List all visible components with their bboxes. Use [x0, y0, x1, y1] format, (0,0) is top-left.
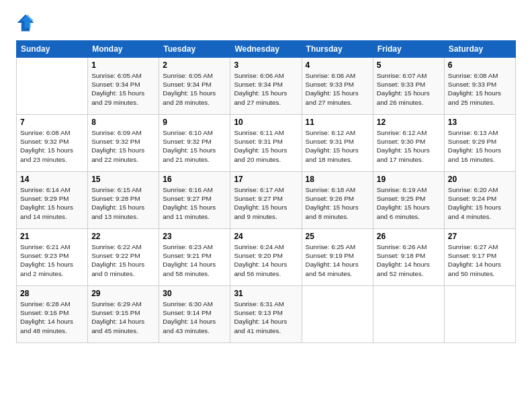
day-number: 24 [234, 232, 298, 241]
header-saturday: Saturday [444, 41, 515, 58]
day-info: Sunrise: 6:30 AMSunset: 9:14 PMDaylight:… [163, 300, 226, 335]
day-cell [373, 286, 444, 343]
header-wednesday: Wednesday [230, 41, 302, 58]
day-cell: 7Sunrise: 6:08 AMSunset: 9:32 PMDaylight… [17, 115, 88, 172]
day-cell: 13Sunrise: 6:13 AMSunset: 9:29 PMDayligh… [444, 115, 515, 172]
day-info: Sunrise: 6:31 AMSunset: 9:13 PMDaylight:… [234, 300, 298, 335]
day-info: Sunrise: 6:25 AMSunset: 9:19 PMDaylight:… [306, 242, 369, 278]
day-cell [444, 286, 515, 343]
day-cell: 2Sunrise: 6:05 AMSunset: 9:34 PMDaylight… [159, 58, 230, 115]
day-cell: 30Sunrise: 6:30 AMSunset: 9:14 PMDayligh… [159, 286, 230, 343]
day-number: 19 [377, 175, 441, 184]
day-cell: 31Sunrise: 6:31 AMSunset: 9:13 PMDayligh… [230, 286, 302, 343]
day-number: 21 [20, 232, 84, 241]
day-number: 11 [306, 118, 369, 127]
day-info: Sunrise: 6:16 AMSunset: 9:27 PMDaylight:… [163, 185, 226, 221]
day-info: Sunrise: 6:26 AMSunset: 9:18 PMDaylight:… [377, 242, 441, 278]
week-row-2: 7Sunrise: 6:08 AMSunset: 9:32 PMDaylight… [17, 115, 516, 172]
day-cell [302, 286, 373, 343]
day-number: 29 [91, 289, 155, 298]
day-number: 26 [377, 232, 441, 241]
day-info: Sunrise: 6:29 AMSunset: 9:15 PMDaylight:… [91, 300, 155, 335]
day-number: 3 [234, 60, 298, 70]
day-info: Sunrise: 6:12 AMSunset: 9:30 PMDaylight:… [377, 128, 441, 164]
day-info: Sunrise: 6:17 AMSunset: 9:27 PMDaylight:… [234, 185, 298, 221]
day-cell: 25Sunrise: 6:25 AMSunset: 9:19 PMDayligh… [302, 229, 373, 286]
day-info: Sunrise: 6:06 AMSunset: 9:34 PMDaylight:… [234, 71, 298, 107]
day-info: Sunrise: 6:28 AMSunset: 9:16 PMDaylight:… [20, 300, 84, 335]
day-number: 6 [448, 60, 512, 70]
day-cell: 26Sunrise: 6:26 AMSunset: 9:18 PMDayligh… [373, 229, 444, 286]
day-number: 9 [163, 118, 226, 127]
header-thursday: Thursday [302, 41, 373, 58]
day-info: Sunrise: 6:23 AMSunset: 9:21 PMDaylight:… [163, 242, 226, 278]
day-cell: 5Sunrise: 6:07 AMSunset: 9:33 PMDaylight… [373, 58, 444, 115]
day-info: Sunrise: 6:15 AMSunset: 9:28 PMDaylight:… [91, 185, 155, 221]
day-number: 30 [163, 289, 226, 298]
day-cell: 18Sunrise: 6:18 AMSunset: 9:26 PMDayligh… [302, 172, 373, 229]
day-cell: 10Sunrise: 6:11 AMSunset: 9:31 PMDayligh… [230, 115, 302, 172]
day-cell: 19Sunrise: 6:19 AMSunset: 9:25 PMDayligh… [373, 172, 444, 229]
day-info: Sunrise: 6:22 AMSunset: 9:22 PMDaylight:… [91, 242, 155, 278]
day-info: Sunrise: 6:05 AMSunset: 9:34 PMDaylight:… [91, 71, 155, 107]
day-number: 18 [306, 175, 369, 184]
day-number: 22 [91, 232, 155, 241]
day-cell: 28Sunrise: 6:28 AMSunset: 9:16 PMDayligh… [17, 286, 88, 343]
day-cell: 29Sunrise: 6:29 AMSunset: 9:15 PMDayligh… [88, 286, 159, 343]
day-info: Sunrise: 6:08 AMSunset: 9:32 PMDaylight:… [20, 128, 84, 164]
week-row-3: 14Sunrise: 6:14 AMSunset: 9:29 PMDayligh… [17, 172, 516, 229]
day-cell [17, 58, 88, 115]
day-cell: 27Sunrise: 6:27 AMSunset: 9:17 PMDayligh… [444, 229, 515, 286]
day-number: 15 [91, 175, 155, 184]
day-info: Sunrise: 6:19 AMSunset: 9:25 PMDaylight:… [377, 185, 441, 221]
calendar-header-row: SundayMondayTuesdayWednesdayThursdayFrid… [17, 41, 516, 58]
day-number: 16 [163, 175, 226, 184]
day-number: 4 [306, 60, 369, 70]
header-monday: Monday [88, 41, 159, 58]
day-info: Sunrise: 6:10 AMSunset: 9:32 PMDaylight:… [163, 128, 226, 164]
day-cell: 1Sunrise: 6:05 AMSunset: 9:34 PMDaylight… [88, 58, 159, 115]
day-number: 12 [377, 118, 441, 127]
day-number: 1 [91, 60, 155, 70]
day-number: 2 [163, 60, 226, 70]
day-number: 25 [306, 232, 369, 241]
day-cell: 21Sunrise: 6:21 AMSunset: 9:23 PMDayligh… [17, 229, 88, 286]
day-info: Sunrise: 6:27 AMSunset: 9:17 PMDaylight:… [448, 242, 512, 278]
day-cell: 24Sunrise: 6:24 AMSunset: 9:20 PMDayligh… [230, 229, 302, 286]
logo [16, 13, 38, 32]
day-number: 7 [20, 118, 84, 127]
day-number: 5 [377, 60, 441, 70]
week-row-1: 1Sunrise: 6:05 AMSunset: 9:34 PMDaylight… [17, 58, 516, 115]
day-cell: 3Sunrise: 6:06 AMSunset: 9:34 PMDaylight… [230, 58, 302, 115]
header-friday: Friday [373, 41, 444, 58]
week-row-4: 21Sunrise: 6:21 AMSunset: 9:23 PMDayligh… [17, 229, 516, 286]
day-info: Sunrise: 6:14 AMSunset: 9:29 PMDaylight:… [20, 185, 84, 221]
day-number: 20 [448, 175, 512, 184]
day-info: Sunrise: 6:24 AMSunset: 9:20 PMDaylight:… [234, 242, 298, 278]
day-number: 14 [20, 175, 84, 184]
header-tuesday: Tuesday [159, 41, 230, 58]
day-info: Sunrise: 6:21 AMSunset: 9:23 PMDaylight:… [20, 242, 84, 278]
header [16, 13, 516, 32]
week-row-5: 28Sunrise: 6:28 AMSunset: 9:16 PMDayligh… [17, 286, 516, 343]
day-cell: 15Sunrise: 6:15 AMSunset: 9:28 PMDayligh… [88, 172, 159, 229]
day-cell: 22Sunrise: 6:22 AMSunset: 9:22 PMDayligh… [88, 229, 159, 286]
day-info: Sunrise: 6:11 AMSunset: 9:31 PMDaylight:… [234, 128, 298, 164]
day-info: Sunrise: 6:18 AMSunset: 9:26 PMDaylight:… [306, 185, 369, 221]
page: SundayMondayTuesdayWednesdayThursdayFrid… [0, 0, 532, 411]
day-info: Sunrise: 6:12 AMSunset: 9:31 PMDaylight:… [306, 128, 369, 164]
day-cell: 20Sunrise: 6:20 AMSunset: 9:24 PMDayligh… [444, 172, 515, 229]
header-sunday: Sunday [17, 41, 88, 58]
day-cell: 8Sunrise: 6:09 AMSunset: 9:32 PMDaylight… [88, 115, 159, 172]
day-info: Sunrise: 6:07 AMSunset: 9:33 PMDaylight:… [377, 71, 441, 107]
day-number: 13 [448, 118, 512, 127]
day-number: 17 [234, 175, 298, 184]
day-number: 23 [163, 232, 226, 241]
day-info: Sunrise: 6:05 AMSunset: 9:34 PMDaylight:… [163, 71, 226, 107]
day-info: Sunrise: 6:09 AMSunset: 9:32 PMDaylight:… [91, 128, 155, 164]
day-cell: 6Sunrise: 6:08 AMSunset: 9:33 PMDaylight… [444, 58, 515, 115]
day-info: Sunrise: 6:08 AMSunset: 9:33 PMDaylight:… [448, 71, 512, 107]
day-number: 8 [91, 118, 155, 127]
day-cell: 12Sunrise: 6:12 AMSunset: 9:30 PMDayligh… [373, 115, 444, 172]
day-number: 31 [234, 289, 298, 298]
